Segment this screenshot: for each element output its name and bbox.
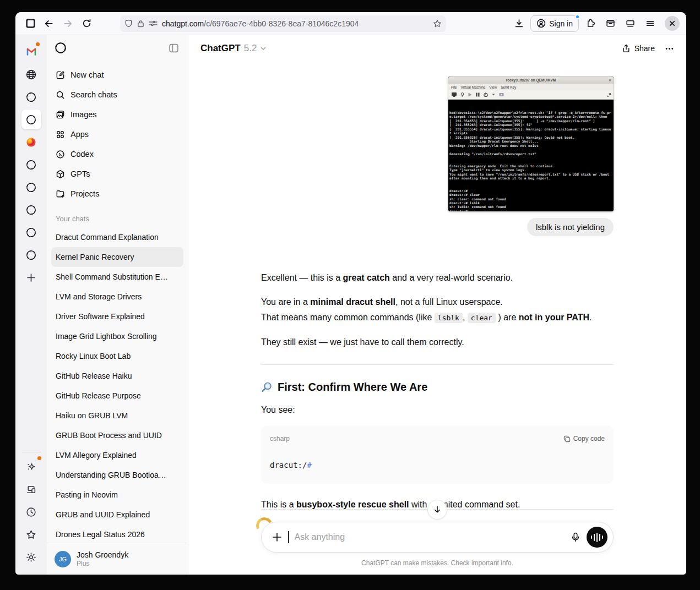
url-path: /c/6976ae7e-4bb0-8326-8ea7-81046c2c1904 bbox=[204, 19, 359, 28]
forward-button[interactable] bbox=[59, 15, 76, 32]
terminal-line: Starting Dracut Emergency Shell... bbox=[449, 139, 612, 143]
downloads-button[interactable] bbox=[511, 15, 527, 32]
sidebar-item-codex[interactable]: Codex bbox=[51, 144, 183, 164]
settings-gear-icon bbox=[26, 552, 36, 562]
message-input[interactable] bbox=[295, 532, 565, 542]
bookmarks-star-icon bbox=[26, 529, 36, 540]
collapse-sidebar-icon[interactable] bbox=[169, 43, 179, 53]
user-uploaded-screenshot[interactable]: rocky9_lfs207 on QEMU/KVM ✕ File Virtual… bbox=[448, 77, 614, 211]
gmail-icon bbox=[26, 48, 36, 56]
assistant-paragraph: You see: bbox=[261, 402, 614, 418]
tab-chatgpt-1[interactable] bbox=[21, 87, 41, 107]
tab-chatgpt-active[interactable] bbox=[21, 110, 41, 129]
share-button[interactable]: Share bbox=[622, 44, 655, 53]
inline-code: lsblk bbox=[435, 313, 463, 323]
chat-list-item[interactable]: Pasting in Neovim bbox=[51, 485, 183, 505]
terminal-line: [ 201.354653] dracut-initqueue[355]: [ -… bbox=[449, 119, 612, 123]
copy-code-button[interactable]: Copy code bbox=[563, 431, 605, 446]
shield-icon[interactable] bbox=[124, 19, 133, 28]
chatgpt-icon bbox=[26, 182, 36, 193]
bookmark-star-icon[interactable] bbox=[433, 19, 442, 28]
composer-zone: ChatGPT can make mistakes. Check importa… bbox=[261, 509, 614, 575]
chat-list-item[interactable]: GRUB and UUID Explained bbox=[51, 505, 183, 525]
sidebar-item-images[interactable]: Images bbox=[51, 105, 183, 124]
tab-gmail[interactable] bbox=[21, 42, 41, 62]
terminal-line bbox=[449, 156, 612, 160]
vm-shutdown-icon bbox=[484, 92, 488, 97]
conversation-scroll-area[interactable]: rocky9_lfs207 on QEMU/KVM ✕ File Virtual… bbox=[188, 62, 686, 509]
chat-list-item[interactable]: Shell Command Substitution E… bbox=[51, 267, 183, 287]
vm-toolbar bbox=[448, 90, 614, 100]
chat-list-item[interactable]: Dracut Command Explanation bbox=[51, 227, 183, 247]
bookmarks-button[interactable] bbox=[21, 525, 41, 544]
tab-chatgpt-2[interactable] bbox=[21, 155, 41, 174]
assistant-paragraph: You are in a minimal dracut shell, not a… bbox=[261, 294, 614, 326]
puzzle-icon bbox=[586, 19, 595, 28]
chat-list-item[interactable]: Driver Software Explained bbox=[51, 307, 183, 326]
terminal-line: dracut:/# clear bbox=[449, 193, 612, 196]
permissions-icon[interactable] bbox=[149, 20, 158, 27]
sidebar-item-apps[interactable]: Apps bbox=[51, 124, 183, 144]
sidebar-item-label: Codex bbox=[70, 150, 94, 159]
sidebar-item-label: New chat bbox=[70, 70, 104, 79]
lock-icon[interactable] bbox=[137, 20, 144, 28]
url-bar[interactable]: chatgpt.com/c/6976ae7e-4bb0-8326-8ea7-81… bbox=[120, 15, 446, 32]
attach-plus-icon[interactable] bbox=[272, 532, 283, 543]
chat-list-item[interactable]: Understanding GRUB Bootloa… bbox=[51, 465, 183, 485]
sidebar-item-label: Apps bbox=[70, 130, 89, 139]
sign-in-button[interactable]: Sign in bbox=[530, 15, 579, 32]
sidebar-item-new-chat[interactable]: New chat bbox=[51, 65, 183, 85]
terminal-line: [ 201.355554] dracut-initqueue[355]: War… bbox=[449, 127, 612, 131]
terminal-line: dracut:/# lsblk bbox=[449, 201, 612, 205]
microphone-icon[interactable] bbox=[570, 532, 581, 543]
chatgpt-icon bbox=[26, 227, 36, 238]
tab-chatgpt-3[interactable] bbox=[21, 177, 41, 197]
close-window-button[interactable] bbox=[665, 16, 680, 31]
openai-logo-icon[interactable] bbox=[55, 42, 67, 54]
menu-button[interactable] bbox=[642, 15, 658, 32]
chat-list-item[interactable]: LVM Allegory Explained bbox=[51, 445, 183, 465]
more-options-icon[interactable] bbox=[665, 44, 674, 53]
history-button[interactable] bbox=[21, 502, 41, 522]
tab-web[interactable] bbox=[21, 64, 41, 84]
terminal-line: dracut:/# bbox=[449, 209, 612, 211]
globe-icon bbox=[26, 69, 36, 80]
sidebar-item-search-chats[interactable]: Search chats bbox=[51, 85, 183, 105]
chat-list-item[interactable]: LVM and Storage Drivers bbox=[51, 287, 183, 307]
tab-chatgpt-6[interactable] bbox=[21, 245, 41, 265]
chat-list-item[interactable]: Image Grid Lightbox Scrolling bbox=[51, 326, 183, 346]
scroll-to-bottom-button[interactable] bbox=[427, 500, 447, 520]
settings-button[interactable] bbox=[21, 547, 41, 567]
tab-chatgpt-4[interactable] bbox=[21, 200, 41, 220]
tab-overview-button[interactable] bbox=[622, 15, 638, 32]
new-tab-button[interactable] bbox=[21, 267, 41, 287]
chat-list-item[interactable]: Kernel Panic Recovery bbox=[51, 247, 183, 267]
tab-firefox[interactable] bbox=[21, 132, 41, 152]
ai-chatbot-button[interactable] bbox=[21, 457, 41, 477]
chat-list-item[interactable]: Rocky Linux Boot Lab bbox=[51, 346, 183, 366]
chat-list-item[interactable]: GitHub Release Purpose bbox=[51, 386, 183, 406]
chat-list-item[interactable]: GitHub Release Haiku bbox=[51, 366, 183, 386]
rail-divider bbox=[22, 452, 41, 452]
tab-chatgpt-5[interactable] bbox=[21, 222, 41, 242]
magnifier-emoji-icon bbox=[261, 381, 273, 393]
vm-menu-view: View bbox=[489, 85, 497, 89]
back-button[interactable] bbox=[41, 15, 57, 32]
chat-list-item[interactable]: GRUB Boot Process and UUID bbox=[51, 425, 183, 445]
chat-list-item[interactable]: Drones Legal Status 2026 bbox=[51, 525, 183, 543]
containers-button[interactable] bbox=[602, 15, 618, 32]
sidebar-item-gpts[interactable]: GPTs bbox=[51, 164, 183, 184]
extensions-button[interactable] bbox=[582, 15, 599, 32]
url-text[interactable]: chatgpt.com/c/6976ae7e-4bb0-8326-8ea7-81… bbox=[162, 19, 428, 28]
images-icon bbox=[56, 110, 65, 119]
chat-list-item[interactable]: Haiku on GRUB LVM bbox=[51, 406, 183, 425]
sidebar-item-projects[interactable]: Projects bbox=[51, 184, 183, 204]
message-composer[interactable] bbox=[261, 522, 614, 553]
model-switcher[interactable]: ChatGPT 5.2 bbox=[200, 43, 267, 54]
synced-tabs-button[interactable] bbox=[21, 479, 41, 499]
download-icon bbox=[514, 19, 524, 28]
reload-button[interactable] bbox=[78, 15, 95, 32]
sidebar-toggle-button[interactable] bbox=[22, 15, 39, 32]
voice-mode-button[interactable] bbox=[587, 527, 607, 548]
account-footer[interactable]: JG Josh Groendyk Plus bbox=[47, 543, 188, 575]
